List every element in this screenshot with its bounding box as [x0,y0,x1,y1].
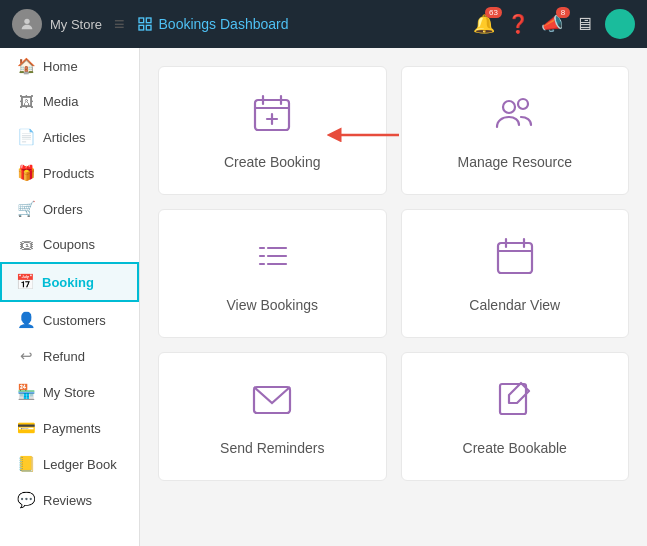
divider: ≡ [114,14,125,35]
coupons-icon: 🎟 [17,236,35,253]
svg-point-13 [518,99,528,109]
dashboard-icon [137,16,153,32]
sidebar-item-coupons[interactable]: 🎟 Coupons [0,227,139,262]
mystore-icon: 🏪 [17,383,35,401]
booking-icon: 📅 [16,273,34,291]
svg-point-0 [24,19,29,24]
header-icons: 🔔 63 ❓ 📣 8 🖥 [473,9,635,39]
calendar-view-label: Calendar View [469,297,560,313]
store-logo: My Store [12,9,102,39]
calendar-plus-icon [250,91,294,144]
sidebar-label-articles: Articles [43,130,86,145]
payments-icon: 💳 [17,419,35,437]
reviews-icon: 💬 [17,491,35,509]
sidebar-item-payments[interactable]: 💳 Payments [0,410,139,446]
store-name: My Store [50,17,102,32]
calendar-view-card[interactable]: Calendar View [401,209,630,338]
sidebar-item-products[interactable]: 🎁 Products [0,155,139,191]
products-icon: 🎁 [17,164,35,182]
megaphone-button[interactable]: 📣 8 [541,13,563,35]
notifications-button[interactable]: 🔔 63 [473,13,495,35]
main-layout: 🏠 Home 🖼 Media 📄 Articles 🎁 Products 🛒 O… [0,48,647,546]
sidebar-label-ledger: Ledger Book [43,457,117,472]
sidebar-label-orders: Orders [43,202,83,217]
home-icon: 🏠 [17,57,35,75]
users-icon [493,91,537,144]
svg-rect-2 [146,18,151,23]
sidebar-item-articles[interactable]: 📄 Articles [0,119,139,155]
ledger-icon: 📒 [17,455,35,473]
sidebar-label-coupons: Coupons [43,237,95,252]
help-button[interactable]: ❓ [507,13,529,35]
sidebar-label-mystore: My Store [43,385,95,400]
sidebar-item-orders[interactable]: 🛒 Orders [0,191,139,227]
svg-rect-4 [146,25,151,30]
create-booking-card[interactable]: Create Booking [158,66,387,195]
list-icon [250,234,294,287]
sidebar-label-media: Media [43,94,78,109]
megaphone-badge: 8 [556,7,570,18]
sidebar-item-ledger[interactable]: 📒 Ledger Book [0,446,139,482]
sidebar-item-customers[interactable]: 👤 Customers [0,302,139,338]
view-bookings-label: View Bookings [226,297,318,313]
dashboard-grid: Create Booking [158,66,629,481]
create-bookable-label: Create Bookable [463,440,567,456]
sidebar: 🏠 Home 🖼 Media 📄 Articles 🎁 Products 🛒 O… [0,48,140,546]
manage-resource-label: Manage Resource [458,154,572,170]
svg-rect-20 [498,243,532,273]
sidebar-label-booking: Booking [42,275,94,290]
refund-icon: ↩ [17,347,35,365]
sidebar-label-reviews: Reviews [43,493,92,508]
sidebar-item-mystore[interactable]: 🏪 My Store [0,374,139,410]
avatar [12,9,42,39]
sidebar-item-home[interactable]: 🏠 Home [0,48,139,84]
media-icon: 🖼 [17,93,35,110]
svg-point-12 [503,101,515,113]
create-bookable-card[interactable]: Create Bookable [401,352,630,481]
articles-icon: 📄 [17,128,35,146]
edit-icon [493,377,537,430]
user-avatar[interactable] [605,9,635,39]
svg-rect-3 [139,25,144,30]
calendar-icon [493,234,537,287]
send-reminders-card[interactable]: Send Reminders [158,352,387,481]
red-arrow [324,119,404,156]
notifications-badge: 63 [485,7,502,18]
sidebar-label-products: Products [43,166,94,181]
screen-icon: 🖥 [575,14,593,34]
sidebar-label-refund: Refund [43,349,85,364]
send-reminders-label: Send Reminders [220,440,324,456]
view-bookings-card[interactable]: View Bookings [158,209,387,338]
svg-rect-1 [139,18,144,23]
manage-resource-card[interactable]: Manage Resource [401,66,630,195]
header: My Store ≡ Bookings Dashboard 🔔 63 ❓ 📣 8… [0,0,647,48]
envelope-icon [250,377,294,430]
sidebar-item-media[interactable]: 🖼 Media [0,84,139,119]
sidebar-label-customers: Customers [43,313,106,328]
sidebar-item-booking[interactable]: 📅 Booking [0,262,139,302]
sidebar-label-payments: Payments [43,421,101,436]
sidebar-item-refund[interactable]: ↩ Refund [0,338,139,374]
page-breadcrumb: Bookings Dashboard [137,16,289,32]
header-title-text: Bookings Dashboard [159,16,289,32]
customers-icon: 👤 [17,311,35,329]
help-icon: ❓ [507,14,529,34]
main-content: Create Booking [140,48,647,546]
create-booking-label: Create Booking [224,154,321,170]
screen-button[interactable]: 🖥 [575,14,593,35]
sidebar-item-reviews[interactable]: 💬 Reviews [0,482,139,518]
orders-icon: 🛒 [17,200,35,218]
sidebar-label-home: Home [43,59,78,74]
